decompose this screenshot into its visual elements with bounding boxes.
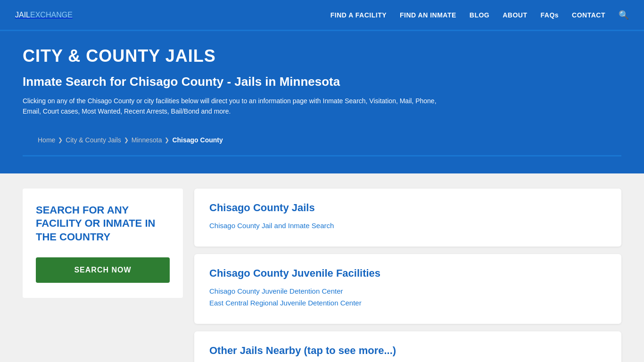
page-subtitle: Inmate Search for Chisago County - Jails… [23,74,621,89]
page-title: CITY & COUNTY JAILS [23,46,621,66]
search-promo-text: SEARCH FOR ANY FACILITY OR INMATE IN THE… [36,204,170,244]
logo-exchange: EXCHANGE [30,11,73,19]
breadcrumb-current: Chisago County [172,136,223,144]
card-2-title: Chisago County Juvenile Facilities [209,267,606,280]
card-juvenile-facilities: Chisago County Juvenile Facilities Chisa… [194,254,621,324]
navbar: JAILEXCHANGE FIND A FACILITY FIND AN INM… [0,0,644,31]
search-icon[interactable]: 🔍 [619,10,629,20]
nav-blog[interactable]: BLOG [470,11,489,19]
card-2-link-2[interactable]: East Central Regional Juvenile Detention… [209,299,606,307]
card-county-jails: Chisago County Jails Chisago County Jail… [194,189,621,247]
nav-find-inmate[interactable]: FIND AN INMATE [400,11,456,19]
right-panel: Chisago County Jails Chisago County Jail… [194,189,621,362]
logo[interactable]: JAILEXCHANGE [15,11,73,19]
breadcrumb-sep-3: ❯ [165,137,169,143]
nav-links: FIND A FACILITY FIND AN INMATE BLOG ABOU… [330,10,629,20]
main-content: SEARCH FOR ANY FACILITY OR INMATE IN THE… [0,173,644,362]
card-1-link-1[interactable]: Chisago County Jail and Inmate Search [209,222,606,230]
nav-contact[interactable]: CONTACT [572,11,605,19]
hero-description: Clicking on any of the Chisago County or… [23,96,447,117]
card-2-link-1[interactable]: Chisago County Juvenile Detention Center [209,287,606,295]
search-panel: SEARCH FOR ANY FACILITY OR INMATE IN THE… [23,189,183,298]
nav-faqs[interactable]: FAQs [541,11,559,19]
breadcrumb-sep-1: ❯ [58,137,63,143]
breadcrumb: Home ❯ City & County Jails ❯ Minnesota ❯… [23,125,621,156]
card-3-title: Other Jails Nearby (tap to see more...) [209,345,606,357]
nav-find-facility[interactable]: FIND A FACILITY [330,11,387,19]
breadcrumb-sep-2: ❯ [124,137,129,143]
breadcrumb-home[interactable]: Home [38,136,55,144]
search-now-button[interactable]: SEARCH NOW [36,257,170,283]
hero-section: CITY & COUNTY JAILS Inmate Search for Ch… [0,31,644,173]
breadcrumb-city-county[interactable]: City & County Jails [66,136,121,144]
logo-jail: JAIL [15,11,30,19]
card-1-title: Chisago County Jails [209,202,606,214]
nav-about[interactable]: ABOUT [503,11,527,19]
card-other-jails: Other Jails Nearby (tap to see more...) [194,331,621,362]
breadcrumb-state[interactable]: Minnesota [132,136,162,144]
